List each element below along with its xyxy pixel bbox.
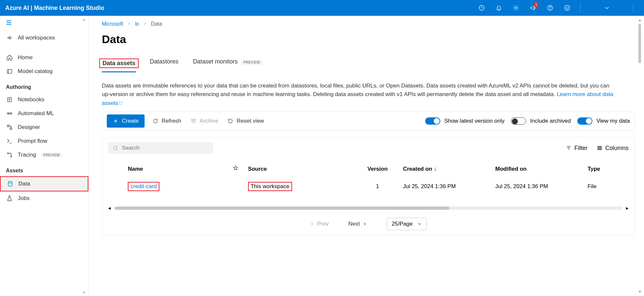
svg-rect-12 xyxy=(10,128,12,130)
asset-source: This workspace xyxy=(251,183,289,189)
vertical-scrollbar[interactable]: ▴ ▾ xyxy=(637,17,643,295)
sidebar-label-data: Data xyxy=(18,181,30,187)
toggle-switch[interactable] xyxy=(577,117,592,125)
sidebar: ▴ All workspaces Home Model catalog Auth… xyxy=(0,16,89,296)
col-type[interactable]: Type xyxy=(584,160,629,177)
star-icon xyxy=(233,165,239,171)
col-created[interactable]: Created on ↓ xyxy=(400,160,492,177)
preview-badge: PREVIEW xyxy=(41,153,62,158)
scroll-thumb[interactable] xyxy=(115,207,449,210)
col-source[interactable]: Source xyxy=(245,160,356,177)
toggle-switch[interactable] xyxy=(511,117,526,125)
scroll-down-icon[interactable]: ▾ xyxy=(637,289,643,295)
svg-rect-11 xyxy=(7,125,9,127)
sidebar-item-data[interactable]: Data xyxy=(0,176,88,191)
archive-label: Archive xyxy=(200,118,218,124)
svg-point-5 xyxy=(566,7,566,8)
description-text: Data assets are immutable references to … xyxy=(102,83,609,97)
page-size-select[interactable]: 25/Page xyxy=(387,218,426,230)
horizontal-scrollbar[interactable]: ◂ ▸ xyxy=(108,205,629,211)
refresh-button[interactable]: Refresh xyxy=(151,116,183,126)
bell-icon[interactable] xyxy=(492,1,505,14)
svg-point-13 xyxy=(7,153,8,154)
col-name[interactable]: Name xyxy=(108,160,226,177)
help-icon[interactable] xyxy=(543,1,557,14)
scroll-up-icon[interactable]: ▴ xyxy=(83,17,88,22)
pager-prev[interactable]: Prev xyxy=(310,221,329,227)
sidebar-item-notebooks[interactable]: Notebooks xyxy=(0,93,88,107)
scroll-left-icon[interactable]: ◂ xyxy=(108,205,111,211)
highlight-asset-name: credit-card xyxy=(128,182,159,191)
account-switcher[interactable] xyxy=(587,1,627,14)
topbar-actions: 1 xyxy=(475,1,639,14)
svg-point-14 xyxy=(11,156,12,157)
refresh-label: Refresh xyxy=(162,118,181,124)
smile-icon[interactable] xyxy=(561,1,574,14)
svg-rect-7 xyxy=(7,69,12,73)
sidebar-item-automl[interactable]: Automated ML xyxy=(0,107,88,120)
table-header-row: Name Source Version Created on ↓ Modifie… xyxy=(108,160,629,177)
columns-label: Columns xyxy=(605,145,629,152)
scroll-up-icon[interactable]: ▴ xyxy=(637,17,643,23)
tab-data-assets[interactable]: Data assets xyxy=(102,59,136,72)
col-version[interactable]: Version xyxy=(356,160,400,177)
pager-next[interactable]: Next xyxy=(348,221,367,227)
toolbar: Create Refresh Archive Reset view Show l… xyxy=(102,111,635,131)
cell-favorite[interactable] xyxy=(226,177,244,196)
sidebar-item-prompt-flow[interactable]: Prompt flow xyxy=(0,134,88,148)
filter-button[interactable]: Filter xyxy=(566,145,587,152)
scroll-down-icon[interactable]: ▾ xyxy=(83,290,88,295)
search-box[interactable] xyxy=(108,142,213,154)
sidebar-item-model-catalog[interactable]: Model catalog xyxy=(0,64,88,78)
table-row[interactable]: credit-card This workspace 1 Jul 25, 202… xyxy=(108,177,629,196)
sidebar-item-jobs[interactable]: Jobs xyxy=(0,191,88,205)
flask-icon xyxy=(6,195,13,202)
reset-view-button[interactable]: Reset view xyxy=(226,116,265,126)
all-workspaces-link[interactable]: All workspaces xyxy=(0,31,88,45)
asset-modified: Jul 25, 2024 1:36 PM xyxy=(492,177,584,196)
page-size-label: 25/Page xyxy=(392,221,412,227)
scroll-track[interactable] xyxy=(115,207,622,210)
topbar: Azure AI | Machine Learning Studio 1 xyxy=(0,0,644,16)
scroll-right-icon[interactable]: ▸ xyxy=(626,205,629,211)
create-label: Create xyxy=(122,118,139,124)
tab-dataset-monitors-label: Dataset monitors xyxy=(193,58,238,65)
tab-dataset-monitors[interactable]: Dataset monitors PREVIEW xyxy=(192,58,263,70)
svg-rect-18 xyxy=(598,146,599,150)
tab-datastores[interactable]: Datastores xyxy=(149,58,179,70)
sidebar-item-designer[interactable]: Designer xyxy=(0,120,88,134)
recent-icon[interactable] xyxy=(475,1,488,14)
asset-type: File xyxy=(584,177,629,196)
chevron-right-icon xyxy=(127,21,131,27)
svg-point-6 xyxy=(568,7,568,8)
search-input[interactable] xyxy=(122,145,209,151)
preview-badge: PREVIEW xyxy=(241,60,263,65)
sidebar-label-designer: Designer xyxy=(18,124,40,131)
gear-icon[interactable] xyxy=(509,1,522,14)
scroll-thumb[interactable] xyxy=(638,24,641,63)
breadcrumb-workspace[interactable]: lo xyxy=(135,21,139,27)
sidebar-label-model-catalog: Model catalog xyxy=(18,68,53,75)
filter-label: Filter xyxy=(574,145,587,152)
sidebar-item-tracing[interactable]: TracingPREVIEW xyxy=(0,148,88,162)
col-modified[interactable]: Modified on xyxy=(492,160,584,177)
data-table: Name Source Version Created on ↓ Modifie… xyxy=(108,160,629,196)
toggle-latest-version[interactable]: Show latest version only xyxy=(425,117,504,125)
svg-rect-19 xyxy=(599,146,600,150)
col-favorite[interactable] xyxy=(226,160,244,177)
svg-point-4 xyxy=(565,6,570,11)
create-button[interactable]: Create xyxy=(107,114,145,128)
megaphone-icon[interactable]: 1 xyxy=(526,1,540,14)
toggle-switch[interactable] xyxy=(425,117,440,125)
sidebar-item-home[interactable]: Home xyxy=(0,51,88,64)
hamburger-button[interactable] xyxy=(0,16,88,31)
toggle-view-my-data[interactable]: View my data xyxy=(577,117,630,125)
asset-name-link[interactable]: credit-card xyxy=(130,183,157,189)
columns-button[interactable]: Columns xyxy=(597,145,629,152)
toggle-include-archived[interactable]: Include archived xyxy=(511,117,571,125)
svg-rect-20 xyxy=(601,146,602,150)
app-title: Azure AI | Machine Learning Studio xyxy=(5,5,104,12)
breadcrumb-root[interactable]: Microsoft xyxy=(102,21,123,27)
highlight-asset-source: This workspace xyxy=(248,182,292,191)
svg-point-15 xyxy=(8,182,12,183)
